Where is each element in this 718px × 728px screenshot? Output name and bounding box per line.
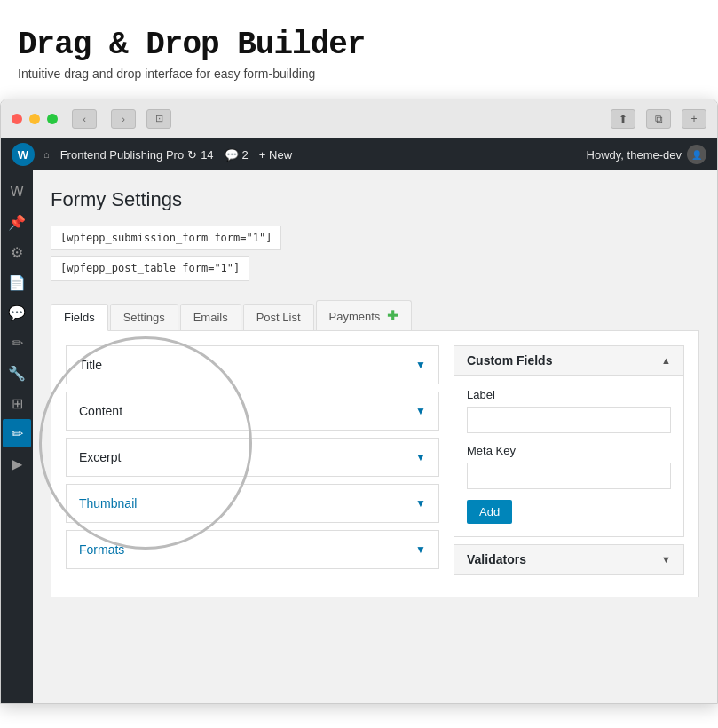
field-title-label: Title: [79, 358, 102, 372]
wp-admin-bar: W ⌂ Frontend Publishing Pro ↻ 14 💬 2 + N…: [1, 138, 717, 170]
field-item-content[interactable]: Content ▼: [66, 392, 439, 431]
wp-content: Formy Settings [wpfepp_submission_form f…: [33, 170, 717, 703]
field-item-excerpt[interactable]: Excerpt ▼: [66, 438, 439, 477]
maximize-dot[interactable]: [47, 114, 58, 124]
add-button[interactable]: Add: [467, 500, 512, 524]
field-content-label: Content: [79, 404, 122, 418]
tab-emails[interactable]: Emails: [180, 304, 241, 330]
tab-post-list[interactable]: Post List: [243, 304, 314, 330]
field-thumbnail-arrow: ▼: [415, 497, 426, 510]
field-item-thumbnail[interactable]: Thumbnail ▼: [66, 484, 439, 523]
fields-right: Custom Fields ▲ Label Meta Key Add: [454, 345, 684, 582]
sidebar-item-wrench[interactable]: 🔧: [3, 359, 31, 387]
custom-fields-header[interactable]: Custom Fields ▲: [454, 346, 683, 376]
comments-icon: 💬: [225, 148, 239, 162]
tabs-row: Fields Settings Emails Post List Payment…: [51, 300, 699, 331]
new-menu[interactable]: + New: [259, 148, 292, 162]
field-thumbnail-label: Thumbnail: [79, 496, 137, 510]
sidebar-item-active[interactable]: ✏: [3, 419, 31, 447]
howdy-text: Howdy, theme-dev: [587, 148, 682, 162]
field-item-title[interactable]: Title ▼: [66, 345, 439, 384]
back-button[interactable]: ‹: [72, 109, 97, 129]
shortcode-2[interactable]: [wpfepp_post_table form="1"]: [51, 256, 249, 281]
validators-arrow: ▼: [661, 554, 671, 565]
tab-add-icon[interactable]: ✚: [387, 308, 398, 323]
wp-main: W 📌 ⚙ 📄 💬 ✏ 🔧 ⊞ ✏ ▶ Formy Settings [wpfe…: [1, 170, 717, 703]
sidebar-item-comments[interactable]: 💬: [3, 298, 31, 327]
field-formats-arrow: ▼: [415, 543, 426, 556]
updates-number: 14: [201, 148, 213, 162]
close-dot[interactable]: [12, 114, 22, 124]
custom-fields-title: Custom Fields: [467, 353, 552, 368]
field-excerpt-label: Excerpt: [79, 450, 121, 464]
site-home-icon: ⌂: [43, 149, 50, 160]
avatar: 👤: [687, 145, 706, 164]
site-name[interactable]: Frontend Publishing Pro: [60, 148, 184, 162]
sidebar-item-settings[interactable]: ⚙: [3, 238, 31, 266]
tab-fields[interactable]: Fields: [51, 304, 108, 331]
forward-button[interactable]: ›: [111, 109, 136, 129]
comments-count[interactable]: 💬 2: [225, 148, 249, 162]
sidebar-item-pin[interactable]: 📌: [3, 208, 31, 236]
tab-payments[interactable]: Payments ✚: [316, 300, 412, 330]
meta-key-label: Meta Key: [467, 444, 671, 457]
page-icon-button[interactable]: ⊡: [146, 109, 171, 129]
custom-fields-body: Label Meta Key Add: [454, 376, 683, 536]
fields-list: Title ▼ Content ▼ Excerpt ▼: [66, 345, 439, 582]
field-formats-label: Formats: [79, 542, 124, 557]
validators-title: Validators: [467, 552, 526, 566]
window-button[interactable]: ⧉: [646, 109, 671, 129]
fields-layout: Title ▼ Content ▼ Excerpt ▼: [66, 345, 684, 582]
wp-logo: W: [12, 143, 35, 166]
tab-settings[interactable]: Settings: [110, 304, 178, 330]
page-title: Formy Settings: [51, 188, 699, 211]
wp-sidebar: W 📌 ⚙ 📄 💬 ✏ 🔧 ⊞ ✏ ▶: [1, 170, 33, 703]
new-label: + New: [259, 148, 292, 162]
custom-fields-panel: Custom Fields ▲ Label Meta Key Add: [454, 345, 684, 537]
browser-toolbar: ‹ › ⊡ ⬆ ⧉ +: [1, 99, 717, 138]
add-tab-button[interactable]: +: [682, 109, 706, 129]
browser-window: ‹ › ⊡ ⬆ ⧉ + W ⌂ Frontend Publishing Pro …: [0, 99, 718, 704]
sidebar-item-pages[interactable]: 📄: [3, 268, 31, 297]
sidebar-item-grid[interactable]: ⊞: [3, 389, 31, 417]
sidebar-item-play[interactable]: ▶: [3, 449, 31, 478]
validators-header[interactable]: Validators ▼: [454, 545, 683, 574]
hero-title: Drag & Drop Builder: [18, 27, 700, 63]
share-button[interactable]: ⬆: [611, 109, 635, 129]
field-title-arrow: ▼: [415, 359, 426, 371]
howdy-menu[interactable]: Howdy, theme-dev 👤: [587, 145, 706, 164]
hero-section: Drag & Drop Builder Intuitive drag and d…: [0, 0, 718, 99]
field-content-arrow: ▼: [415, 405, 426, 417]
field-excerpt-arrow: ▼: [415, 451, 426, 463]
updates-count[interactable]: ↻ 14: [187, 148, 213, 162]
label-field-label: Label: [467, 388, 671, 401]
updates-icon: ↻: [187, 148, 197, 162]
comments-number: 2: [242, 148, 249, 162]
validators-panel: Validators ▼: [454, 544, 684, 575]
sidebar-item-edit[interactable]: ✏: [3, 328, 31, 357]
hero-subtitle: Intuitive drag and drop interface for ea…: [18, 67, 700, 81]
meta-key-input[interactable]: [467, 463, 671, 489]
shortcode-1[interactable]: [wpfepp_submission_form form="1"]: [51, 226, 281, 250]
sidebar-item-wp[interactable]: W: [3, 178, 31, 206]
label-input[interactable]: [467, 407, 671, 433]
custom-fields-arrow: ▲: [661, 355, 671, 366]
field-item-formats[interactable]: Formats ▼: [66, 530, 439, 569]
minimize-dot[interactable]: [29, 114, 40, 124]
